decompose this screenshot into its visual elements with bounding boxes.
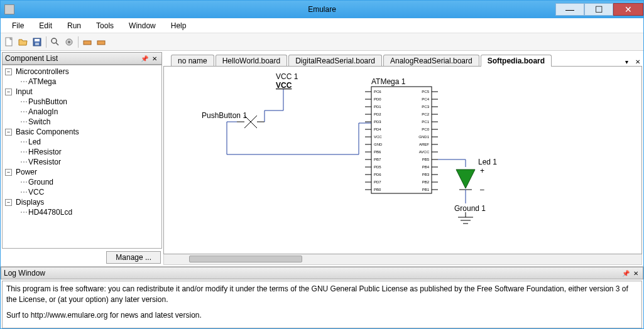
- svg-point-7: [68, 41, 70, 43]
- svg-text:PB1: PB1: [422, 188, 430, 191]
- svg-text:PD7: PD7: [374, 180, 381, 184]
- pin-icon[interactable]: 📌: [140, 54, 149, 63]
- svg-text:PB6: PB6: [374, 150, 381, 154]
- manage-button[interactable]: Manage ...: [106, 251, 161, 264]
- tree-group[interactable]: −Displays: [3, 197, 161, 207]
- vcc-text: VCC: [276, 81, 292, 90]
- svg-text:PB2: PB2: [422, 180, 430, 184]
- log-line: This program is free software: you can r…: [6, 284, 638, 305]
- collapse-icon[interactable]: −: [5, 89, 12, 95]
- svg-text:PB5: PB5: [422, 158, 430, 161]
- tab[interactable]: AnalogReadSerial.board: [383, 55, 479, 67]
- stop-icon[interactable]: [95, 36, 107, 48]
- close-icon[interactable]: ✕: [631, 269, 640, 278]
- tree-item[interactable]: ⋯HResistor: [3, 147, 161, 157]
- tab-dropdown-icon[interactable]: ▾: [622, 57, 631, 66]
- tree-item[interactable]: ⋯VResistor: [3, 157, 161, 167]
- pin-icon[interactable]: 📌: [621, 269, 630, 278]
- svg-text:PD6: PD6: [374, 173, 381, 176]
- toolbar-separator: [46, 36, 46, 48]
- search-icon[interactable]: [49, 36, 62, 48]
- collapse-icon[interactable]: −: [5, 169, 12, 176]
- run-icon[interactable]: [81, 36, 94, 48]
- maximize-button[interactable]: ☐: [584, 3, 613, 16]
- tree-item[interactable]: ⋯AnalogIn: [3, 107, 161, 117]
- editor-area: no nameHelloWorld.boardDigitalReadSerial…: [163, 51, 643, 266]
- vcc-label: VCC 1: [276, 72, 298, 81]
- tree-group-label: Power: [16, 168, 37, 176]
- save-icon[interactable]: [31, 36, 43, 48]
- svg-text:PC2: PC2: [422, 112, 429, 116]
- svg-rect-3: [35, 43, 39, 45]
- svg-text:GND: GND: [374, 143, 383, 146]
- board-canvas[interactable]: VCC 1 VCC PushButton 1 ATMega 1 PC6PD0PD…: [163, 66, 642, 254]
- tree-item[interactable]: ⋯Ground: [3, 177, 161, 187]
- tab[interactable]: Softpedia.board: [481, 55, 552, 67]
- svg-text:PC6: PC6: [374, 90, 381, 94]
- tree-item[interactable]: ⋯Led: [3, 137, 161, 147]
- tab[interactable]: HelloWorld.board: [216, 55, 288, 67]
- collapse-icon[interactable]: −: [5, 129, 12, 136]
- tab[interactable]: no name: [171, 55, 214, 67]
- svg-text:PD4: PD4: [374, 127, 381, 131]
- log-title: Log Window: [4, 269, 620, 278]
- svg-text:GND1: GND1: [418, 135, 429, 139]
- menu-edit[interactable]: Edit: [33, 20, 58, 31]
- component-list-title: Component List: [5, 54, 139, 63]
- tree-item-label: ATMega: [28, 77, 56, 86]
- svg-text:PC5: PC5: [422, 90, 429, 94]
- component-list-panel: Component List 📌 ✕ −Microcontrollers⋯ATM…: [1, 51, 163, 266]
- log-header: Log Window 📌 ✕: [1, 267, 643, 279]
- window-title: Emulare: [308, 5, 336, 14]
- close-icon[interactable]: ✕: [150, 54, 159, 63]
- horizontal-scrollbar[interactable]: [163, 254, 642, 265]
- menu-help[interactable]: Help: [165, 20, 193, 31]
- settings-icon[interactable]: [63, 36, 75, 48]
- tree-item-label: Switch: [28, 117, 50, 126]
- tree-item-label: Led: [28, 138, 41, 146]
- menu-tools[interactable]: Tools: [90, 20, 120, 31]
- tree-group[interactable]: −Input: [3, 87, 161, 97]
- menu-file[interactable]: File: [6, 20, 30, 31]
- svg-text:PD3: PD3: [374, 120, 381, 124]
- tree-group[interactable]: −Power: [3, 167, 161, 177]
- collapse-icon[interactable]: −: [5, 68, 12, 75]
- toolbar: [1, 33, 643, 51]
- svg-text:PC1: PC1: [422, 120, 429, 124]
- close-button[interactable]: ✕: [613, 3, 643, 16]
- tree-group[interactable]: −Microcontrollers: [3, 67, 161, 77]
- ground-symbol: [458, 212, 473, 224]
- tree-item[interactable]: ⋯ATMega: [3, 77, 161, 87]
- tree-item-label: AnalogIn: [28, 107, 58, 116]
- log-body[interactable]: This program is free software: you can r…: [2, 281, 642, 328]
- ground-label: Ground 1: [454, 204, 486, 213]
- toolbar-separator: [78, 36, 79, 48]
- tree-group-label: Basic Components: [16, 127, 79, 136]
- tree-item[interactable]: ⋯PushButton: [3, 97, 161, 107]
- minimize-button[interactable]: —: [555, 3, 584, 16]
- tree-item[interactable]: ⋯Switch: [3, 117, 161, 127]
- tab[interactable]: DigitalReadSerial.board: [288, 55, 382, 67]
- tree-item-label: PushButton: [28, 97, 67, 106]
- scrollbar-thumb[interactable]: [189, 256, 302, 262]
- new-file-icon[interactable]: [3, 36, 16, 48]
- tree-item[interactable]: ⋯VCC: [3, 187, 161, 197]
- svg-text:PB0: PB0: [374, 188, 381, 191]
- tree-item[interactable]: ⋯HD44780Lcd: [3, 207, 161, 217]
- atmega-label: ATMega 1: [371, 77, 406, 86]
- tree-group-label: Input: [16, 87, 33, 96]
- open-file-icon[interactable]: [17, 36, 30, 48]
- log-line: Surf to http://www.emulare.org for news …: [6, 310, 638, 321]
- svg-rect-9: [97, 41, 105, 45]
- tree-item-label: HD44780Lcd: [28, 208, 72, 217]
- svg-text:PC0: PC0: [422, 127, 429, 131]
- menu-window[interactable]: Window: [123, 20, 162, 31]
- collapse-icon[interactable]: −: [5, 199, 12, 206]
- svg-text:+: +: [480, 166, 484, 175]
- component-tree[interactable]: −Microcontrollers⋯ATMega−Input⋯PushButto…: [2, 65, 162, 249]
- menu-run[interactable]: Run: [61, 20, 87, 31]
- svg-text:AREF: AREF: [419, 143, 429, 146]
- tree-group[interactable]: −Basic Components: [3, 127, 161, 137]
- log-panel: Log Window 📌 ✕ This program is free soft…: [1, 266, 643, 328]
- tab-close-icon[interactable]: ✕: [633, 57, 642, 66]
